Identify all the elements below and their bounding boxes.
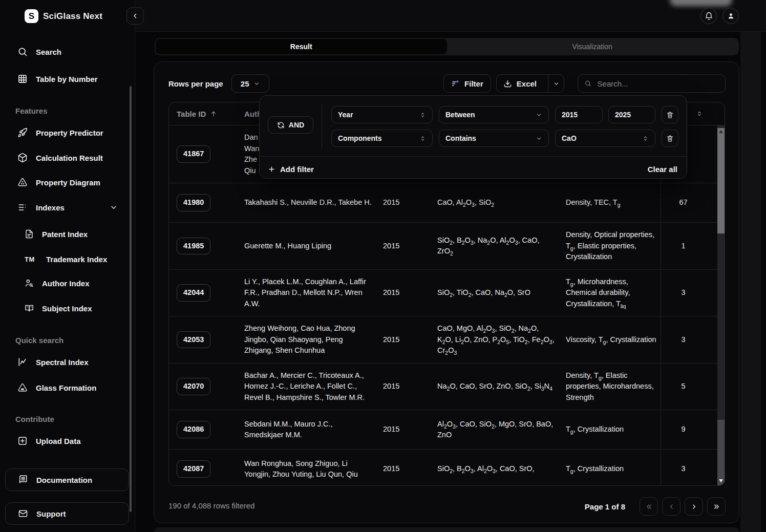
previous-page-button[interactable] xyxy=(662,497,680,516)
sidebar-item-patent-index[interactable]: Patent Index xyxy=(0,225,131,243)
chevrons-left-icon xyxy=(645,503,653,510)
tab-result[interactable]: Result xyxy=(156,39,447,54)
glass-formation-icon xyxy=(17,382,28,393)
first-page-button[interactable] xyxy=(640,497,658,516)
scroll-up-arrow-icon xyxy=(719,130,723,133)
components-cell: SiO2, B2O3, Na2O, Al2O3, CaO, ZrO2 xyxy=(429,235,559,257)
rows-per-page-select[interactable]: 25 xyxy=(231,74,269,93)
authors-cell: Li Y., Placek L.M., Coughlan A., Laffir … xyxy=(237,276,378,310)
pagination: Page 1 of 8 xyxy=(585,497,726,516)
panel-footer-divider xyxy=(260,156,687,157)
filter-button[interactable]: Filter xyxy=(443,74,491,93)
sidebar-item-property-predictor[interactable]: Property Predictor xyxy=(0,124,131,141)
table-row[interactable]: 42053 Zheng Weihong, Cao Hua, Zhong Jing… xyxy=(169,316,725,363)
spectral-chart-icon xyxy=(17,357,28,367)
tab-visualization[interactable]: Visualization xyxy=(447,39,738,54)
count-cell: 3 xyxy=(661,270,718,316)
properties-cell: Tg, Crystallization xyxy=(559,424,661,435)
authors-cell: Sebdani M.M., Mauro J.C., Smedskjaer M.M… xyxy=(237,419,378,441)
table-row[interactable]: 41985 Guerette M., Huang Liping 2015 SiO… xyxy=(169,222,725,269)
filter-value-select[interactable]: CaO xyxy=(555,130,655,147)
notifications-button[interactable] xyxy=(700,8,717,24)
authors-cell: Wan Ronghua, Song Zhiguo, Li Yongjin, Zh… xyxy=(237,458,378,480)
sidebar-item-upload-data[interactable]: Upload Data xyxy=(0,432,131,450)
count-cell: 67 xyxy=(661,183,718,222)
sidebar-item-trademark-index[interactable]: TM Trademark Index xyxy=(0,250,131,268)
user-search-icon xyxy=(25,279,34,288)
add-filter-label: Add filter xyxy=(280,165,314,174)
result-visualization-tabs: Result Visualization xyxy=(155,38,739,55)
chevron-down-icon xyxy=(536,135,542,142)
user-icon xyxy=(727,12,735,20)
chevrons-up-down-icon xyxy=(419,135,426,142)
user-avatar-button[interactable] xyxy=(722,8,739,24)
book-open-icon xyxy=(25,304,34,313)
sidebar-item-label: Table by Number xyxy=(36,75,98,83)
year-cell: 2015 xyxy=(378,334,429,346)
table-row[interactable]: 42086 Sebdani M.M., Mauro J.C., Smedskja… xyxy=(169,410,725,449)
sidebar-item-calculation-result[interactable]: Calculation Result xyxy=(0,149,131,166)
logo-icon: S xyxy=(25,9,38,23)
sidebar-item-glass-formation[interactable]: Glass Formation xyxy=(0,379,131,396)
table-id-badge: 41867 xyxy=(177,145,210,163)
sidebar-item-subject-index[interactable]: Subject Index xyxy=(0,300,131,317)
year-cell: 2015 xyxy=(378,287,429,299)
sidebar-collapse-button[interactable] xyxy=(126,7,144,25)
filter-field-select[interactable]: Components xyxy=(331,130,433,147)
next-page-button[interactable] xyxy=(685,497,703,516)
remove-filter-button[interactable] xyxy=(662,106,678,123)
filter-operator-button[interactable]: AND xyxy=(268,116,313,134)
sidebar-item-label: Support xyxy=(36,509,66,518)
sidebar-item-indexes[interactable]: Indexes xyxy=(0,199,131,216)
plus-icon xyxy=(268,165,275,173)
sidebar-item-spectral-index[interactable]: Spectral Index xyxy=(0,353,131,371)
sidebar-item-search[interactable]: Search xyxy=(0,43,131,60)
excel-export-main[interactable]: Excel xyxy=(497,75,543,92)
sidebar-item-table-by-number[interactable]: Table by Number xyxy=(0,70,131,88)
sidebar-item-label: Property Diagram xyxy=(36,178,100,187)
page-indicator: Page 1 of 8 xyxy=(585,502,625,511)
table-id-badge: 42070 xyxy=(177,378,210,395)
list-icon xyxy=(17,202,28,212)
sidebar-item-label: Author Index xyxy=(42,279,90,288)
properties-cell: Density, TEC, Tg xyxy=(559,197,661,208)
next-section-edge xyxy=(154,527,739,532)
sidebar-item-author-index[interactable]: Author Index xyxy=(0,274,131,292)
rows-per-page-label: Rows per page xyxy=(168,79,223,88)
sidebar-item-property-diagram[interactable]: Property Diagram xyxy=(0,174,131,191)
filter-button-label: Filter xyxy=(464,79,483,88)
components-cell: CaO, Al2O3, SiO2 xyxy=(429,197,559,208)
count-cell: 1 xyxy=(661,223,718,269)
cube-icon xyxy=(17,153,28,163)
header-table-id[interactable]: Table ID xyxy=(169,110,237,118)
search-input[interactable] xyxy=(597,79,719,89)
excel-export-button[interactable]: Excel xyxy=(496,74,564,93)
table-row[interactable]: 42087 Wan Ronghua, Song Zhiguo, Li Yongj… xyxy=(169,449,725,485)
chevrons-right-icon xyxy=(713,503,720,510)
sidebar-item-support[interactable]: Support xyxy=(5,502,129,525)
table-id-badge: 41985 xyxy=(177,238,210,255)
sidebar-scrollbar[interactable] xyxy=(130,86,132,512)
table-row[interactable]: 42070 Bachar A., Mercier C., Tricoteaux … xyxy=(169,363,725,410)
filter-condition-select[interactable]: Contains xyxy=(439,130,549,147)
authors-cell: Zheng Weihong, Cao Hua, Zhong Jingbo, Qi… xyxy=(237,323,378,356)
table-scrollbar[interactable] xyxy=(717,125,725,485)
remove-filter-button[interactable] xyxy=(662,130,678,147)
chevron-down-icon xyxy=(253,80,260,87)
filter-field-select[interactable]: Year xyxy=(331,106,433,123)
table-id-badge: 42087 xyxy=(177,460,210,478)
clear-all-button[interactable]: Clear all xyxy=(648,161,677,177)
filter-condition-select[interactable]: Between xyxy=(439,106,549,123)
filter-value-to-input[interactable]: 2025 xyxy=(608,106,655,123)
filter-value-from-input[interactable]: 2015 xyxy=(555,106,603,123)
download-icon xyxy=(503,79,512,88)
sidebar-item-documentation[interactable]: Documentation xyxy=(5,469,129,491)
table-row[interactable]: 42044 Li Y., Placek L.M., Coughlan A., L… xyxy=(169,269,725,316)
table-scrollbar-thumb[interactable] xyxy=(717,128,725,233)
table-row[interactable]: 41980 Takahashi S., Neuville D.R., Takeb… xyxy=(169,183,725,222)
chevron-down-icon xyxy=(553,80,560,87)
add-filter-button[interactable]: Add filter xyxy=(268,161,314,177)
excel-options-toggle[interactable] xyxy=(548,75,564,92)
refresh-icon xyxy=(277,121,285,129)
last-page-button[interactable] xyxy=(707,497,726,516)
